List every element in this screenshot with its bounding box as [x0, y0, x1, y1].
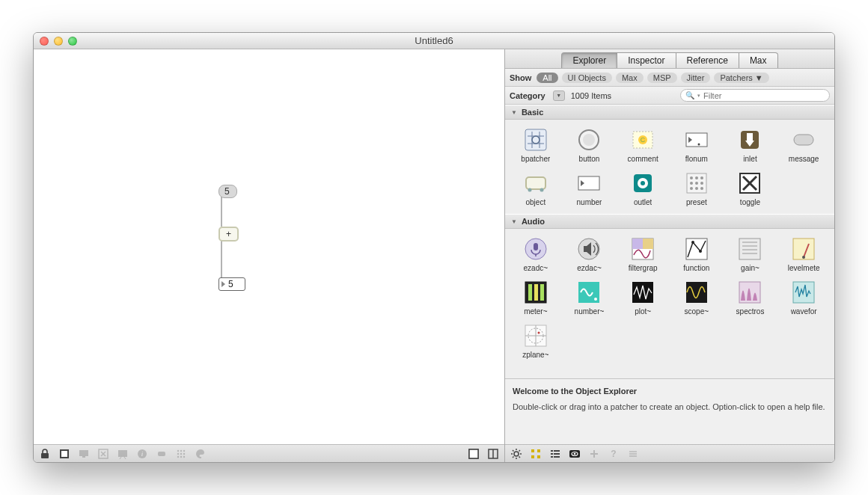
object-box[interactable]: + [218, 227, 239, 242]
board-icon[interactable] [116, 447, 129, 461]
object-item-comment[interactable]: Ccomment [617, 124, 669, 166]
window-title: Untitled6 [34, 35, 834, 46]
object-item-object[interactable]: object [510, 167, 562, 209]
info-icon[interactable]: i [135, 447, 149, 461]
object-icon [523, 170, 548, 196]
lock-icon[interactable] [38, 447, 52, 461]
lines-icon[interactable] [626, 447, 640, 461]
number-box[interactable]: 5 [218, 277, 245, 291]
object-label: preset [686, 198, 707, 206]
object-item-number[interactable]: number~ [563, 277, 616, 319]
svg-rect-6 [82, 456, 85, 458]
svg-point-22 [177, 455, 179, 457]
object-item-filtergrap[interactable]: filtergrap [617, 233, 669, 275]
svg-rect-44 [526, 177, 545, 189]
object-item-flonum[interactable]: flonum [670, 124, 723, 166]
help-icon[interactable]: ? [607, 447, 620, 461]
object-item-message[interactable]: message [777, 124, 830, 166]
object-item-plot[interactable]: plot~ [617, 277, 669, 319]
function-icon [684, 236, 709, 262]
object-item-bpatcher[interactable]: bpatcher [510, 124, 562, 166]
split-view-icon[interactable] [486, 447, 500, 461]
object-item-meter[interactable]: meter~ [510, 277, 562, 319]
message-box[interactable]: 5 [218, 185, 237, 198]
minimize-icon[interactable] [54, 37, 63, 46]
object-item-number[interactable]: number [563, 167, 616, 209]
object-item-ezadc[interactable]: ezadc~ [510, 233, 562, 275]
svg-rect-30 [525, 129, 546, 150]
svg-rect-43 [794, 135, 813, 145]
svg-point-19 [177, 452, 179, 454]
svg-point-56 [690, 182, 693, 185]
palette-icon[interactable] [194, 447, 207, 461]
object-item-scope[interactable]: scope~ [670, 277, 723, 319]
eye-icon[interactable] [568, 447, 581, 461]
filter-ui-objects[interactable]: UI Objects [562, 73, 612, 83]
object-item-ezdac[interactable]: ezdac~ [563, 233, 616, 275]
patch-cords [34, 49, 513, 438]
svg-point-98 [537, 332, 540, 334]
info-title: Welcome to the Object Explorer [513, 387, 827, 396]
gear-icon[interactable] [510, 447, 523, 461]
search-field[interactable]: 🔍▾ [680, 89, 830, 102]
single-view-icon[interactable] [467, 447, 480, 461]
svg-line-107 [519, 450, 521, 452]
grid-icon[interactable] [174, 447, 188, 461]
object-item-gain[interactable]: gain~ [724, 233, 777, 275]
section-audio[interactable]: ▼Audio [505, 214, 834, 229]
object-item-spectros[interactable]: spectros [724, 277, 777, 319]
object-item-inlet[interactable]: inlet [724, 124, 777, 166]
list-view-icon[interactable] [548, 447, 562, 461]
object-item-button[interactable]: button [563, 124, 616, 166]
svg-point-75 [699, 250, 702, 253]
object-label: scope~ [685, 307, 709, 316]
object-label: ezadc~ [524, 264, 548, 272]
svg-rect-115 [554, 453, 560, 455]
svg-point-74 [691, 241, 694, 244]
filter-all[interactable]: All [537, 73, 557, 83]
filter-patchers[interactable]: Patchers ▼ [714, 73, 768, 83]
svg-point-39 [697, 144, 700, 146]
number-value: 5 [228, 279, 233, 289]
tab-inspector[interactable]: Inspector [617, 52, 676, 68]
svg-point-53 [690, 176, 693, 179]
meter-icon [523, 280, 548, 305]
toggle-icon [737, 170, 762, 196]
object-item-preset[interactable]: preset [670, 167, 723, 209]
sidebar-tabs: Explorer Inspector Reference Max [505, 49, 834, 69]
object-explorer[interactable]: ▼Basic bpatcherbuttonCcommentflonuminlet… [505, 105, 834, 378]
category-dropdown[interactable] [553, 90, 565, 101]
filter-max[interactable]: Max [616, 73, 644, 83]
tab-reference[interactable]: Reference [676, 52, 739, 68]
tab-explorer[interactable]: Explorer [561, 52, 617, 68]
svg-point-54 [695, 176, 698, 179]
new-object-icon[interactable] [58, 447, 71, 461]
object-item-wavefor[interactable]: wavefor [777, 277, 830, 319]
svg-line-105 [519, 456, 521, 458]
tab-max[interactable]: Max [739, 52, 778, 68]
filter-msp[interactable]: MSP [647, 73, 677, 83]
titlebar[interactable]: Untitled6 [34, 33, 834, 49]
filter-jitter[interactable]: Jitter [681, 73, 711, 83]
search-input[interactable] [703, 91, 825, 100]
grid-view-icon[interactable] [529, 447, 542, 461]
levelmete-icon [791, 236, 816, 262]
zoom-out-icon[interactable] [97, 447, 110, 461]
zoom-icon[interactable] [68, 37, 77, 46]
category-row: Category 1009 Items 🔍▾ [505, 87, 834, 105]
object-item-outlet[interactable]: outlet [617, 167, 669, 209]
svg-point-45 [528, 188, 531, 192]
rect-icon[interactable] [155, 447, 168, 461]
object-item-levelmete[interactable]: levelmete [777, 233, 830, 275]
svg-rect-71 [632, 239, 643, 249]
svg-rect-15 [158, 452, 165, 456]
svg-line-12 [124, 457, 126, 459]
object-item-zplane[interactable]: zplane~ [510, 320, 562, 362]
section-basic[interactable]: ▼Basic [505, 105, 834, 120]
patcher-canvas[interactable]: 5 + 5 [34, 49, 504, 444]
object-item-toggle[interactable]: toggle [724, 167, 777, 209]
object-item-function[interactable]: function [670, 233, 723, 275]
close-icon[interactable] [40, 37, 49, 46]
presentation-icon[interactable] [77, 447, 91, 461]
add-icon[interactable] [587, 447, 601, 461]
